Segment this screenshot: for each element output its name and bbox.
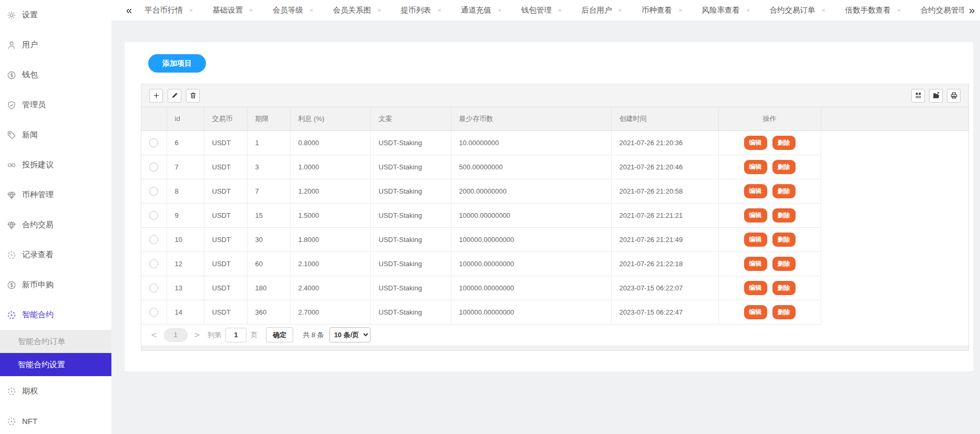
tab-close-icon[interactable]: × <box>678 6 683 14</box>
row-radio[interactable] <box>149 138 158 147</box>
content-card: 添加项目 id交易币期限利息 (%)文案最少存币数创建时间操作 6U <box>125 42 973 371</box>
pagination: < 1 > 到第 页 确定 共 8 条 10 条/页 <box>141 325 968 346</box>
delete-button[interactable]: 删除 <box>772 257 796 271</box>
cell-interest: 1.0000 <box>290 155 370 179</box>
tab-13[interactable]: 合约交易管理× <box>921 5 964 15</box>
tab-5[interactable]: 提币列表× <box>401 5 442 15</box>
row-radio[interactable] <box>149 235 158 244</box>
tab-close-icon[interactable]: × <box>249 6 253 14</box>
cell-id: 7 <box>167 155 204 179</box>
tab-8[interactable]: 后台用户× <box>581 5 622 15</box>
delete-button[interactable]: 删除 <box>772 233 796 247</box>
cell-text: USDT-Staking <box>370 227 451 251</box>
sidebar-item-options[interactable]: 期权 <box>0 376 111 406</box>
page-size-select[interactable]: 10 条/页 <box>329 327 370 342</box>
cell-id: 14 <box>167 300 204 324</box>
cell-created_at: 2021-07-26 21:21:21 <box>611 203 718 227</box>
sidebar-subitem-smart-contract-settings[interactable]: 智能合约设置 <box>0 353 111 376</box>
tab-10[interactable]: 风险率查看× <box>702 5 750 15</box>
sidebar-item-coin-management[interactable]: 币种管理 <box>0 180 111 210</box>
tab-close-icon[interactable]: × <box>189 6 193 14</box>
delete-button[interactable]: 删除 <box>772 184 796 198</box>
confirm-page-button[interactable]: 确定 <box>266 327 293 342</box>
sidebar-item-users[interactable]: 用户 <box>0 30 111 60</box>
sidebar-subitem-smart-contract-orders[interactable]: 智能合约订单 <box>0 330 111 353</box>
tab-close-icon[interactable]: × <box>822 6 826 14</box>
sidebar-item-contract-trading[interactable]: 合约交易 <box>0 210 111 240</box>
goto-label: 到第 <box>208 330 221 340</box>
sidebar-item-label: 记录查看 <box>22 250 54 260</box>
sidebar-item-wallet[interactable]: 钱包 <box>0 60 111 90</box>
tab-1[interactable]: 平台币行情× <box>145 5 193 15</box>
sidebar-item-settings[interactable]: 设置 <box>0 0 111 30</box>
row-radio[interactable] <box>149 308 158 317</box>
tab-9[interactable]: 币种查看× <box>642 5 683 15</box>
cell-interest: 2.7000 <box>290 300 370 324</box>
tab-close-icon[interactable]: × <box>558 6 562 14</box>
tab-close-icon[interactable]: × <box>498 6 502 14</box>
delete-button[interactable]: 删除 <box>772 136 796 150</box>
current-page-button[interactable]: 1 <box>164 328 188 342</box>
cell-filler <box>821 227 968 251</box>
row-radio[interactable] <box>149 259 158 268</box>
delete-button[interactable]: 删除 <box>772 208 796 223</box>
tab-11[interactable]: 合约交易订单× <box>770 5 826 15</box>
tab-12[interactable]: 倍数手数查看× <box>845 5 901 15</box>
row-radio[interactable] <box>149 187 158 196</box>
edit-button[interactable]: 编辑 <box>744 208 767 223</box>
print-button[interactable] <box>947 89 961 103</box>
main-column: « 平台币行情×基础设置×会员等级×会员关系图×提币列表×通道充值×钱包管理×后… <box>111 0 980 434</box>
add-project-button[interactable]: 添加项目 <box>148 54 206 73</box>
row-radio[interactable] <box>149 163 158 171</box>
edit-button[interactable]: 编辑 <box>744 305 767 319</box>
cell-created_at: 2021-07-26 21:22:18 <box>611 251 718 276</box>
prev-page-icon[interactable]: < <box>151 330 158 340</box>
delete-button[interactable]: 删除 <box>772 305 796 319</box>
grid-toolbar <box>141 84 968 107</box>
diamond-icon <box>7 190 16 200</box>
cell-actions: 编辑删除 <box>718 155 821 179</box>
tab-close-icon[interactable]: × <box>897 6 901 14</box>
goto-page-input[interactable] <box>225 328 246 342</box>
overflow-tabs-icon[interactable]: » <box>969 4 975 16</box>
tab-3[interactable]: 会员等级× <box>273 5 314 15</box>
column-settings-button[interactable] <box>911 89 925 103</box>
sidebar-item-new-coin-subscription[interactable]: 新币申购 <box>0 270 111 300</box>
delete-button[interactable]: 删除 <box>772 281 796 295</box>
edit-button[interactable]: 编辑 <box>744 160 767 174</box>
edit-button[interactable]: 编辑 <box>744 184 767 198</box>
sidebar-item-smart-contract[interactable]: 智能合约 <box>0 300 111 330</box>
row-radio[interactable] <box>149 284 158 292</box>
cell-coin: USDT <box>204 227 247 251</box>
collapse-tabs-icon[interactable]: « <box>126 4 132 16</box>
tab-4[interactable]: 会员关系图× <box>333 5 381 15</box>
row-radio[interactable] <box>149 211 158 220</box>
export-button[interactable] <box>929 89 943 103</box>
edit-button[interactable]: 编辑 <box>744 233 767 247</box>
edit-button[interactable]: 编辑 <box>744 136 767 150</box>
cell-coin: USDT <box>204 179 247 203</box>
sidebar-item-nft[interactable]: NFT <box>0 406 111 434</box>
sidebar-item-feedback[interactable]: 投拆建议 <box>0 150 111 180</box>
sidebar-item-records[interactable]: 记录查看 <box>0 240 111 270</box>
sidebar-item-admin[interactable]: 管理员 <box>0 90 111 120</box>
tab-6[interactable]: 通道充值× <box>461 5 502 15</box>
tab-close-icon[interactable]: × <box>438 6 442 14</box>
tab-close-icon[interactable]: × <box>377 6 381 14</box>
edit-button[interactable]: 编辑 <box>744 257 767 271</box>
edit-button[interactable]: 编辑 <box>744 281 767 295</box>
sidebar-item-news[interactable]: 新闻 <box>0 120 111 150</box>
next-page-icon[interactable]: > <box>194 330 201 340</box>
tab-2[interactable]: 基础设置× <box>212 5 253 15</box>
add-row-button[interactable] <box>149 89 163 103</box>
tab-list: 平台币行情×基础设置×会员等级×会员关系图×提币列表×通道充值×钱包管理×后台用… <box>145 5 964 15</box>
edit-row-button[interactable] <box>168 89 181 103</box>
delete-row-button[interactable] <box>186 89 200 103</box>
delete-button[interactable]: 删除 <box>772 160 796 174</box>
tab-label: 钱包管理 <box>521 5 552 15</box>
tab-close-icon[interactable]: × <box>310 6 314 14</box>
tab-close-icon[interactable]: × <box>618 6 622 14</box>
tab-close-icon[interactable]: × <box>746 6 750 14</box>
cell-interest: 1.5000 <box>290 203 370 227</box>
tab-7[interactable]: 钱包管理× <box>521 5 562 15</box>
